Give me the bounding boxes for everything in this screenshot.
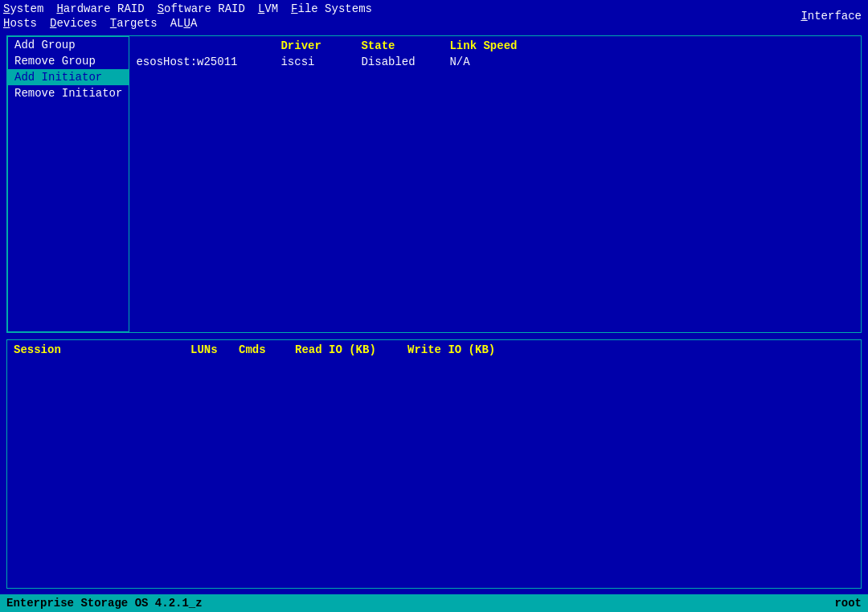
menu-row2: Hosts Devices Targets ALUA [3,16,372,31]
menu-right: Interface [797,8,865,24]
menu-alua[interactable]: ALUA [170,17,198,30]
content-area: Add Group Remove Group Add Initiator Rem… [0,32,868,592]
menu-file-systems[interactable]: File Systems [291,2,372,15]
cell-driver: iscsi [280,55,361,68]
menu-left: System Hardware RAID Software RAID LVM F… [3,2,372,31]
col-driver-header: Driver [280,39,361,52]
cell-linkspeed: N/A [449,55,546,68]
status-bar: Enterprise Storage OS 4.2.1_z root [0,594,868,612]
menu-devices[interactable]: Devices [50,17,97,30]
bottom-table-header: Session LUNs Cmds Read IO (KB) Write IO … [14,343,854,356]
top-table-area: Driver State Link Speed esosHost:w25011 … [129,36,861,332]
menu-interface[interactable]: Interface [800,10,862,23]
dropdown-remove-group[interactable]: Remove Group [8,53,129,69]
col-session-header: Session [14,343,190,356]
top-panel: Add Group Remove Group Add Initiator Rem… [6,35,862,333]
dropdown-remove-initiator[interactable]: Remove Initiator [8,85,129,101]
col-luns-header: LUNs [190,343,239,356]
top-table-header: Driver State Link Speed [136,39,854,52]
cell-state: Disabled [361,55,449,68]
bottom-panel: Session LUNs Cmds Read IO (KB) Write IO … [6,339,862,589]
cell-host: esosHost:w25011 [136,55,280,68]
menu-hosts[interactable]: Hosts [3,17,37,30]
col-cmds-header: Cmds [239,343,295,356]
col-linkspeed-header: Link Speed [449,39,546,52]
dropdown-menu: Add Group Remove Group Add Initiator Rem… [7,36,129,332]
col-host-header [136,39,280,52]
menu-system[interactable]: System [3,2,43,15]
version-label: Enterprise Storage OS 4.2.1_z [6,597,203,610]
user-label: root [834,597,862,610]
menu-row1: System Hardware RAID Software RAID LVM F… [3,2,372,16]
col-readio-header: Read IO (KB) [295,343,407,356]
menu-bar: System Hardware RAID Software RAID LVM F… [0,0,868,32]
menu-software-raid[interactable]: Software RAID [158,2,245,15]
dropdown-add-initiator[interactable]: Add Initiator [8,69,129,85]
col-writeio-header: Write IO (KB) [407,343,520,356]
menu-targets[interactable]: Targets [110,17,158,30]
menu-lvm[interactable]: LVM [258,2,278,15]
col-state-header: State [361,39,449,52]
menu-hardware-raid[interactable]: Hardware RAID [56,2,144,15]
table-row: esosHost:w25011 iscsi Disabled N/A [136,55,854,68]
dropdown-add-group[interactable]: Add Group [8,37,129,53]
